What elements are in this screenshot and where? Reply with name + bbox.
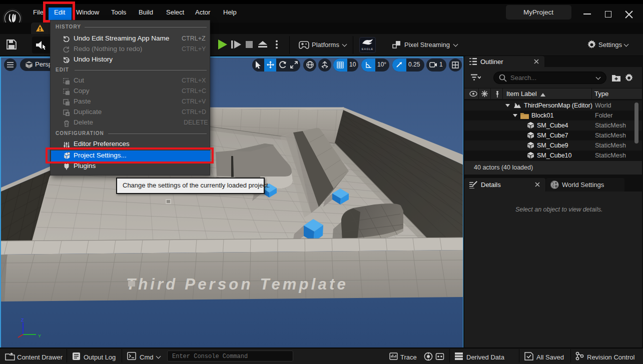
svg-text:Y: Y [38,334,41,338]
svg-text:Third Person Template: Third Person Template [126,276,348,293]
svg-text:Z: Z [21,318,24,322]
